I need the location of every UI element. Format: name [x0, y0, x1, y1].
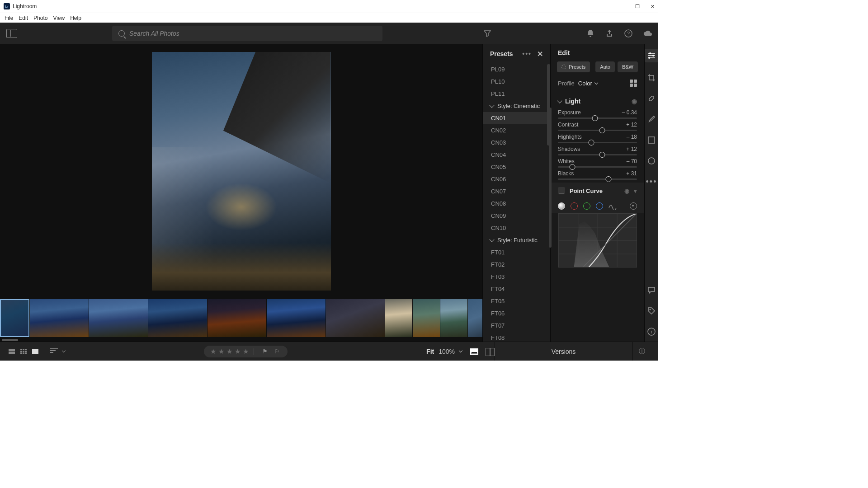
keywords-icon[interactable]	[646, 305, 657, 316]
presets-options-button[interactable]: •••	[522, 50, 532, 57]
brush-tool-icon[interactable]	[646, 114, 657, 125]
contrast-slider[interactable]: Contrast+ 12	[551, 122, 644, 134]
healing-tool-icon[interactable]	[646, 93, 657, 104]
help-icon[interactable]: ?	[624, 29, 633, 38]
filmstrip-scrollbar[interactable]	[2, 339, 18, 341]
preset-item[interactable]: FT04	[483, 283, 550, 295]
curve-channel-blue[interactable]	[596, 202, 603, 210]
minimize-button[interactable]: —	[619, 4, 624, 9]
filter-button[interactable]	[484, 30, 491, 37]
profile-dropdown[interactable]: Color	[578, 80, 598, 87]
targeted-adjustment-icon[interactable]	[630, 202, 637, 210]
presets-toggle-button[interactable]: Presets	[557, 61, 590, 72]
curve-channel-green[interactable]	[583, 202, 590, 210]
comments-icon[interactable]	[646, 285, 657, 296]
linear-gradient-tool-icon[interactable]	[646, 135, 657, 145]
maximize-button[interactable]: ❐	[635, 4, 640, 9]
thumbnail[interactable]	[148, 299, 207, 337]
chevron-down-icon[interactable]: ▾	[634, 188, 637, 194]
star-icon[interactable]: ★	[235, 347, 242, 356]
thumbnail[interactable]	[30, 299, 89, 337]
thumbnail[interactable]	[89, 299, 148, 337]
edit-scrollbar[interactable]	[549, 108, 552, 248]
blacks-slider[interactable]: Blacks+ 31	[551, 170, 644, 183]
filmstrip[interactable]	[0, 298, 482, 338]
close-button[interactable]: ✕	[651, 4, 655, 9]
star-icon[interactable]: ★	[243, 347, 250, 356]
thumbnail[interactable]	[326, 299, 385, 337]
menu-view[interactable]: View	[50, 15, 67, 21]
search-input[interactable]: Search All Photos	[112, 26, 382, 41]
preset-item[interactable]: CN06	[483, 173, 550, 185]
light-section-header[interactable]: Light ◉	[551, 93, 644, 109]
activity-icon[interactable]: ⓘ	[632, 342, 651, 361]
visibility-toggle-icon[interactable]: ◉	[624, 188, 629, 194]
preset-item[interactable]: FT06	[483, 307, 550, 319]
zoom-value[interactable]: 100%	[439, 348, 455, 355]
thumbnail[interactable]	[413, 299, 440, 337]
presets-close-button[interactable]: ✕	[537, 50, 543, 58]
flag-reject-icon[interactable]: ⚐	[274, 348, 281, 355]
profile-browser-button[interactable]	[630, 80, 637, 87]
preset-item[interactable]: CN04	[483, 149, 550, 161]
menu-edit[interactable]: Edit	[16, 15, 31, 21]
preset-group-futuristic[interactable]: Style: Futuristic	[483, 234, 550, 246]
preset-item[interactable]: PL11	[483, 88, 550, 100]
bw-button[interactable]: B&W	[618, 61, 638, 72]
preset-item[interactable]: CN05	[483, 161, 550, 173]
preset-item[interactable]: PL10	[483, 75, 550, 88]
notifications-icon[interactable]	[586, 29, 595, 38]
curve-channel-luma[interactable]	[558, 202, 565, 210]
radial-gradient-tool-icon[interactable]	[646, 155, 657, 166]
preset-item[interactable]: PL09	[483, 63, 550, 75]
single-view-button[interactable]	[31, 348, 40, 355]
menu-file[interactable]: File	[2, 15, 16, 21]
compare-view-icon[interactable]	[486, 348, 495, 355]
preset-item[interactable]: CN08	[483, 197, 550, 210]
preset-group-cinematic[interactable]: Style: Cinematic	[483, 100, 550, 112]
star-icon[interactable]: ★	[226, 347, 234, 356]
preset-item[interactable]: FT05	[483, 295, 550, 307]
preset-item[interactable]: CN01	[483, 112, 550, 124]
image-canvas[interactable]	[0, 44, 482, 298]
sort-button[interactable]	[50, 348, 58, 355]
preset-item[interactable]: CN02	[483, 124, 550, 136]
preset-item[interactable]: FT01	[483, 246, 550, 258]
thumbnail[interactable]	[0, 299, 29, 337]
preset-item[interactable]: FT08	[483, 332, 550, 342]
tone-curve-chart[interactable]	[558, 213, 637, 267]
preset-item[interactable]: CN03	[483, 136, 550, 149]
preset-list[interactable]: PL09 PL10 PL11 Style: Cinematic CN01 CN0…	[483, 63, 550, 342]
thumbnail[interactable]	[385, 299, 412, 337]
versions-button[interactable]: Versions	[495, 342, 632, 361]
star-icon[interactable]: ★	[210, 347, 217, 356]
grid-view-small-button[interactable]	[19, 348, 28, 355]
zoom-control[interactable]: Fit 100%	[426, 348, 462, 355]
preset-item[interactable]: FT03	[483, 271, 550, 283]
flag-pick-icon[interactable]: ⚑	[262, 348, 269, 355]
edit-tool-icon[interactable]	[645, 49, 658, 62]
auto-button[interactable]: Auto	[595, 61, 615, 72]
star-icon[interactable]: ★	[218, 347, 226, 356]
menu-photo[interactable]: Photo	[31, 15, 50, 21]
crop-tool-icon[interactable]	[646, 72, 657, 83]
share-icon[interactable]	[605, 29, 614, 38]
highlights-slider[interactable]: Highlights– 18	[551, 134, 644, 146]
preset-item[interactable]: FT07	[483, 319, 550, 332]
shadows-slider[interactable]: Shadows+ 12	[551, 146, 644, 158]
thumbnail[interactable]	[208, 299, 266, 337]
parametric-curve-icon[interactable]	[609, 202, 617, 210]
menu-help[interactable]: Help	[67, 15, 84, 21]
histogram-toggle-icon[interactable]	[470, 348, 478, 355]
preset-item[interactable]: FT02	[483, 258, 550, 271]
thumbnail[interactable]	[468, 299, 482, 337]
thumbnail[interactable]	[267, 299, 326, 337]
point-curve-header[interactable]: Point Curve ◉ ▾	[551, 183, 644, 199]
grid-view-large-button[interactable]	[7, 348, 16, 355]
thumbnail[interactable]	[440, 299, 467, 337]
preset-item[interactable]: CN09	[483, 210, 550, 222]
rating-stars[interactable]: ★★★★★ ⚑ ⚐	[204, 346, 288, 357]
whites-slider[interactable]: Whites– 70	[551, 158, 644, 170]
preset-item[interactable]: CN07	[483, 185, 550, 197]
visibility-toggle-icon[interactable]: ◉	[632, 98, 637, 105]
